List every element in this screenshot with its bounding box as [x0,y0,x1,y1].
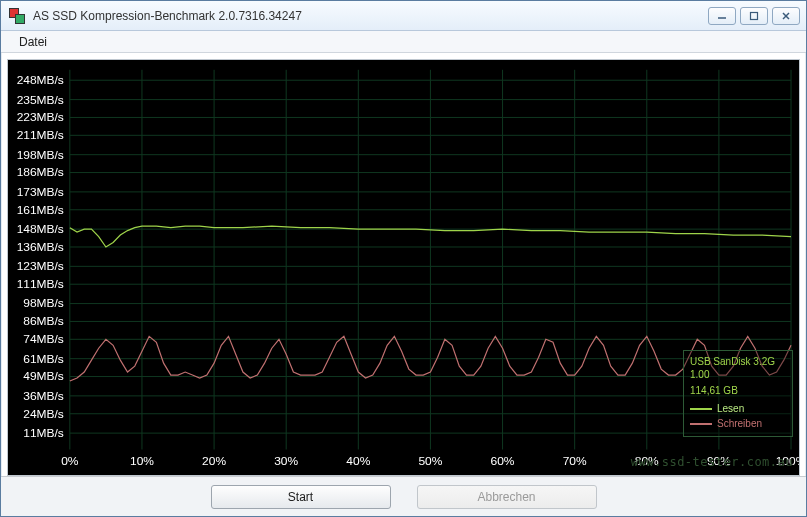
y-tick-label: 198MB/s [17,148,64,162]
x-tick-label: 70% [563,454,587,468]
minimize-button[interactable] [708,7,736,25]
x-tick-label: 20% [202,454,226,468]
x-tick-label: 10% [130,454,154,468]
legend-device-line2: 1.00 [690,368,786,381]
y-tick-label: 123MB/s [17,259,64,273]
x-tick-label: 60% [491,454,515,468]
legend-capacity: 114,61 GB [690,384,786,397]
chart-area: 11MB/s24MB/s36MB/s49MB/s61MB/s74MB/s86MB… [7,59,800,476]
y-tick-label: 148MB/s [17,222,64,236]
app-window: AS SSD Kompression-Benchmark 2.0.7316.34… [0,0,807,517]
maximize-button[interactable] [740,7,768,25]
legend-box: USB SanDisk 3.2G 1.00 114,61 GB Lesen Sc… [683,350,793,437]
legend-label-read: Lesen [717,402,744,415]
titlebar: AS SSD Kompression-Benchmark 2.0.7316.34… [1,1,806,31]
legend-swatch-read [690,408,712,410]
maximize-icon [749,11,759,21]
start-button[interactable]: Start [211,485,391,509]
button-bar: Start Abbrechen [1,476,806,516]
y-tick-label: 235MB/s [17,93,64,107]
window-title: AS SSD Kompression-Benchmark 2.0.7316.34… [33,9,700,23]
menubar: Datei [1,31,806,53]
menu-file[interactable]: Datei [11,33,55,51]
legend-device-line1: USB SanDisk 3.2G [690,355,786,368]
window-controls [708,7,800,25]
x-tick-label: 50% [418,454,442,468]
app-icon [9,8,25,24]
y-tick-label: 136MB/s [17,240,64,254]
y-tick-label: 11MB/s [23,426,64,440]
y-tick-label: 61MB/s [23,352,64,366]
y-tick-label: 161MB/s [17,203,64,217]
y-tick-label: 86MB/s [23,314,64,328]
y-tick-label: 211MB/s [17,128,64,142]
close-icon [781,11,791,21]
y-tick-label: 223MB/s [17,110,64,124]
close-button[interactable] [772,7,800,25]
y-tick-label: 248MB/s [17,73,64,87]
y-tick-label: 98MB/s [23,297,64,311]
y-tick-label: 49MB/s [23,370,64,384]
y-tick-label: 36MB/s [23,389,64,403]
x-tick-label: 30% [274,454,298,468]
svg-rect-1 [751,12,758,19]
y-tick-label: 24MB/s [23,407,64,421]
minimize-icon [717,11,727,21]
y-tick-label: 74MB/s [23,332,64,346]
cancel-button[interactable]: Abbrechen [417,485,597,509]
x-tick-label: 40% [346,454,370,468]
chart-svg: 11MB/s24MB/s36MB/s49MB/s61MB/s74MB/s86MB… [8,60,799,475]
y-tick-label: 111MB/s [17,277,64,291]
y-tick-label: 173MB/s [17,185,64,199]
legend-label-write: Schreiben [717,417,762,430]
watermark: www.ssd-tester.com.au [631,455,793,469]
y-tick-label: 186MB/s [17,166,64,180]
legend-swatch-write [690,423,712,425]
x-tick-label: 0% [61,454,79,468]
